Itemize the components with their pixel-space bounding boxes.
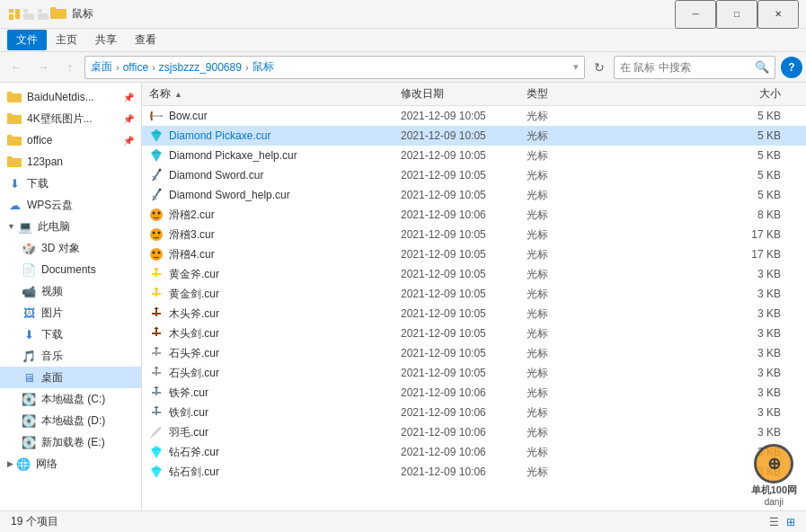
computer-icon: 💻	[18, 219, 32, 234]
sidebar-item-3dobjects[interactable]: 🎲 3D 对象	[0, 237, 141, 259]
file-name-label: 滑稽4.cur	[169, 247, 215, 262]
minimize-button[interactable]: ─	[675, 0, 716, 29]
file-row[interactable]: 铁剑.cur 2021-12-09 10:06 光标 3 KB	[142, 403, 806, 422]
file-row[interactable]: 钻石斧.cur 2021-12-09 10:06 光标 3 KB	[142, 442, 806, 462]
file-cell-name: Diamond Pickaxe_help.cur	[149, 148, 401, 163]
sidebar-item-office[interactable]: office 📌	[0, 129, 141, 151]
col-header-name[interactable]: 名称 ▲	[149, 86, 401, 102]
maximize-button[interactable]: □	[716, 0, 757, 29]
sidebar-label-desktop: 桌面	[41, 370, 63, 386]
title-bar: 鼠标 ─ □ ✕	[0, 0, 806, 29]
search-icon[interactable]: 🔍	[755, 60, 769, 74]
file-row[interactable]: Diamond Sword.cur 2021-12-09 10:05 光标 5 …	[142, 165, 806, 185]
col-header-size[interactable]: 大小	[598, 86, 799, 102]
sidebar-item-thispc[interactable]: ▼ 💻 此电脑	[0, 216, 141, 237]
view-grid-icon[interactable]: ⊞	[786, 516, 795, 528]
file-icon	[149, 366, 164, 380]
svg-marker-56	[154, 406, 159, 408]
col-header-type[interactable]: 类型	[527, 86, 598, 102]
close-button[interactable]: ✕	[757, 0, 799, 29]
window-title: 鼠标	[72, 6, 675, 22]
svg-rect-34	[152, 273, 161, 275]
status-right: ☰ ⊞	[769, 516, 795, 528]
file-row[interactable]: Diamond Sword_help.cur 2021-12-09 10:05 …	[142, 185, 806, 205]
file-row[interactable]: 木头斧.cur 2021-12-09 10:05 光标 3 KB	[142, 304, 806, 324]
sidebar-item-music[interactable]: 🎵 音乐	[0, 345, 141, 367]
svg-rect-40	[152, 313, 161, 315]
sidebar-item-videos[interactable]: 📹 视频	[0, 280, 141, 302]
file-name-label: 铁剑.cur	[169, 405, 208, 421]
view-list-icon[interactable]: ☰	[769, 516, 779, 528]
file-name-label: 钻石斧.cur	[169, 445, 219, 460]
expand-icon: ▼	[7, 222, 15, 231]
file-row[interactable]: 羽毛.cur 2021-12-09 10:06 光标 3 KB	[142, 422, 806, 442]
file-cell-name: 黄金斧.cur	[149, 267, 401, 282]
file-row[interactable]: Diamond Pickaxe_help.cur 2021-12-09 10:0…	[142, 146, 806, 165]
sidebar-item-123pan[interactable]: 123pan	[0, 151, 141, 173]
back-button[interactable]: ←	[4, 55, 29, 80]
file-row[interactable]: Diamond Pickaxe.cur 2021-12-09 10:05 光标 …	[142, 126, 806, 146]
file-cell-date: 2021-12-09 10:06	[401, 466, 527, 478]
address-part-folder[interactable]: zsjsbzzz_900689	[159, 61, 242, 74]
address-part-office[interactable]: office	[123, 61, 148, 74]
file-row[interactable]: 石头剑.cur 2021-12-09 10:05 光标 3 KB	[142, 363, 806, 383]
menu-view[interactable]: 查看	[126, 30, 165, 50]
folder-icon	[7, 155, 22, 169]
file-cell-date: 2021-12-09 10:06	[401, 386, 527, 399]
file-cell-size: 3 KB	[598, 307, 799, 320]
address-part-desktop[interactable]: 桌面	[91, 59, 112, 75]
forward-button[interactable]: →	[31, 55, 56, 80]
file-row[interactable]: 滑稽3.cur 2021-12-09 10:05 光标 17 KB	[142, 225, 806, 244]
help-button[interactable]: ?	[781, 57, 802, 78]
up-button[interactable]: ↑	[58, 55, 83, 80]
sidebar-label-wps: WPS云盘	[27, 198, 73, 213]
file-icon	[149, 346, 164, 360]
sidebar-item-wallpaper[interactable]: 4K壁纸图片... 📌	[0, 108, 141, 129]
sidebar-label-drive-d: 本地磁盘 (D:)	[41, 413, 105, 429]
sidebar-label-download: 下载	[27, 176, 49, 191]
file-cell-name: Diamond Sword.cur	[149, 168, 401, 182]
sidebar-item-drive-c[interactable]: 💽 本地磁盘 (C:)	[0, 388, 141, 410]
file-icon	[149, 208, 164, 222]
svg-point-29	[158, 232, 161, 235]
file-row[interactable]: 滑稽2.cur 2021-12-09 10:06 光标 8 KB	[142, 205, 806, 225]
sidebar-label-documents: Documents	[41, 263, 96, 276]
file-row[interactable]: 石头斧.cur 2021-12-09 10:05 光标 3 KB	[142, 343, 806, 363]
menu-share[interactable]: 共享	[86, 30, 126, 50]
sidebar-item-pictures[interactable]: 🖼 图片	[0, 302, 141, 324]
col-header-date[interactable]: 修改日期	[401, 86, 527, 102]
sidebar-item-documents[interactable]: 📄 Documents	[0, 259, 141, 280]
svg-rect-3	[23, 9, 28, 13]
file-name-label: 羽毛.cur	[169, 425, 208, 440]
sidebar-item-network[interactable]: ▶ 🌐 网络	[0, 453, 141, 474]
file-row[interactable]: 铁斧.cur 2021-12-09 10:06 光标 3 KB	[142, 383, 806, 403]
address-bar[interactable]: 桌面 › office › zsjsbzzz_900689 › 鼠标 ▾	[84, 56, 585, 79]
file-row[interactable]: Bow.cur 2021-12-09 10:05 光标 5 KB	[142, 106, 806, 126]
sidebar-item-drive-d[interactable]: 💽 本地磁盘 (D:)	[0, 410, 141, 431]
file-cell-size: 5 KB	[598, 189, 799, 201]
file-row[interactable]: 钻石剑.cur 2021-12-09 10:06 光标 3 KB	[142, 462, 806, 482]
folder-icon	[7, 133, 22, 147]
menu-home[interactable]: 主页	[47, 30, 86, 50]
search-box[interactable]: 🔍	[614, 56, 775, 79]
refresh-button[interactable]: ↻	[587, 55, 612, 80]
file-row[interactable]: 黄金斧.cur 2021-12-09 10:05 光标 3 KB	[142, 264, 806, 284]
watermark-site: 单机100网	[751, 483, 797, 497]
video-icon: 📹	[22, 284, 36, 298]
sidebar-item-drive-e[interactable]: 💽 新加载卷 (E:)	[0, 431, 141, 453]
sidebar-item-wps[interactable]: ☁ WPS云盘	[0, 194, 141, 216]
file-cell-type: 光标	[527, 188, 598, 203]
address-part-current[interactable]: 鼠标	[252, 59, 274, 75]
sidebar-item-baidunetdisk[interactable]: BaiduNetdis... 📌	[0, 86, 141, 108]
sidebar-item-downloads2[interactable]: ⬇ 下载	[0, 324, 141, 345]
sidebar-label-office: office	[27, 134, 52, 146]
file-name-label: 钻石剑.cur	[169, 465, 219, 480]
sidebar-item-desktop[interactable]: 🖥 桌面	[0, 367, 141, 388]
file-row[interactable]: 木头剑.cur 2021-12-09 10:05 光标 3 KB	[142, 324, 806, 343]
search-input[interactable]	[620, 61, 755, 74]
sidebar-item-download[interactable]: ⬇ 下载	[0, 173, 141, 194]
file-row[interactable]: 滑稽4.cur 2021-12-09 10:05 光标 17 KB	[142, 244, 806, 264]
menu-file[interactable]: 文件	[7, 30, 47, 50]
file-row[interactable]: 黄金剑.cur 2021-12-09 10:05 光标 3 KB	[142, 284, 806, 304]
window-controls: ─ □ ✕	[675, 0, 799, 29]
